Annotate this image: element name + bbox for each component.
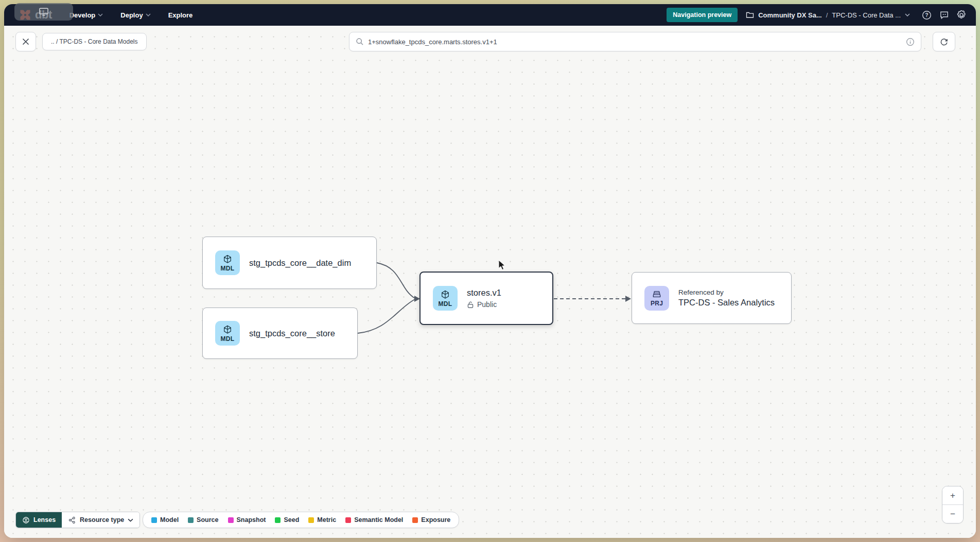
access-label: Public [477, 300, 497, 309]
chevron-down-icon [128, 518, 133, 522]
node-label: stg_tpcds_core__store [249, 329, 335, 338]
legend-swatch [412, 517, 418, 523]
legend-swatch [345, 517, 351, 523]
screenshare-indicator [14, 3, 73, 21]
lineage-canvas[interactable]: .. / TPC-DS - Core Data Models MDL stg_t… [4, 26, 976, 538]
badge-label: MDL [439, 300, 452, 308]
help-icon[interactable]: ? [921, 10, 932, 20]
nav-explore-label: Explore [168, 11, 193, 19]
node-stg-tpcds-core-store[interactable]: MDL stg_tpcds_core__store [202, 308, 358, 359]
zoom-out-button[interactable]: − [942, 505, 963, 523]
node-label: stg_tpcds_core__date_dim [249, 258, 351, 268]
resource-type-label: Resource type [80, 516, 124, 523]
node-label: stores.v1 [467, 288, 501, 298]
legend-swatch [308, 517, 314, 523]
navbar-icons: ? [921, 10, 967, 20]
legend-item-source: Source [188, 516, 218, 523]
model-badge: MDL [215, 250, 240, 275]
legend-label: Seed [284, 516, 299, 523]
nav-explore[interactable]: Explore [168, 11, 193, 19]
navbar-right: Navigation preview Community DX Sa... / … [667, 8, 967, 22]
lens-icon [22, 516, 30, 524]
legend-label: Semantic Model [354, 516, 403, 523]
model-path-chip[interactable]: .. / TPC-DS - Core Data Models [42, 33, 147, 50]
project-badge: PRJ [644, 286, 669, 311]
legend-item-semantic-model: Semantic Model [345, 516, 403, 523]
nav-deploy-label: Deploy [120, 11, 143, 19]
legend-swatch [275, 517, 281, 523]
resource-type-icon [68, 516, 76, 524]
nav-deploy[interactable]: Deploy [120, 11, 150, 19]
legend-swatch [188, 517, 194, 523]
badge-label: MDL [221, 265, 235, 272]
breadcrumb-separator: / [826, 11, 828, 19]
info-icon[interactable] [906, 38, 915, 46]
close-icon [22, 38, 30, 46]
chevron-down-icon [146, 13, 151, 16]
refresh-lineage-button[interactable] [933, 32, 955, 51]
lenses-label: Lenses [33, 516, 56, 523]
legend-swatch [228, 517, 234, 523]
node-stores-v1[interactable]: MDL stores.v1 Public [419, 272, 553, 325]
monitor-icon [38, 7, 49, 16]
zoom-in-button[interactable]: + [942, 486, 963, 505]
lineage-selector-input[interactable] [368, 38, 902, 46]
legend-swatch [151, 517, 157, 523]
legend-label: Exposure [421, 516, 450, 523]
badge-label: MDL [221, 335, 235, 342]
nav-develop[interactable]: Develop [69, 11, 103, 19]
feedback-icon[interactable] [939, 10, 949, 20]
lenses-control-group: Lenses Resource type [15, 512, 140, 528]
breadcrumb: Community DX Sa... / TPC-DS - Core Data … [746, 11, 910, 19]
breadcrumb-current[interactable]: TPC-DS - Core Data ... [832, 11, 901, 19]
legend-label: Source [197, 516, 218, 523]
lineage-search-bar [349, 32, 921, 51]
chevron-down-icon [98, 13, 103, 16]
close-lineage-button[interactable] [15, 32, 36, 51]
legend-label: Snapshot [237, 516, 266, 523]
node-stg-tpcds-core-date-dim[interactable]: MDL stg_tpcds_core__date_dim [202, 237, 377, 289]
resource-type-legend: Model Source Snapshot Seed Metric Semant… [143, 512, 459, 528]
node-access: Public [467, 300, 501, 309]
node-label: TPC-DS - Sales Analytics [678, 298, 775, 308]
app-window: dbt Develop Deploy Explore Navigation pr… [4, 4, 976, 538]
node-overline: Referenced by [678, 288, 775, 296]
model-badge: MDL [215, 321, 240, 346]
refresh-icon [939, 37, 949, 46]
legend-item-metric: Metric [308, 516, 336, 523]
cube-icon [222, 324, 233, 335]
legend-item-exposure: Exposure [412, 516, 450, 523]
legend-label: Model [160, 516, 179, 523]
lenses-button[interactable]: Lenses [16, 512, 62, 528]
resource-type-dropdown[interactable]: Resource type [62, 512, 139, 528]
project-stack-icon [652, 289, 662, 299]
svg-text:?: ? [925, 12, 928, 18]
main-nav: Develop Deploy Explore [69, 11, 193, 19]
nav-develop-label: Develop [69, 11, 96, 19]
cube-icon [222, 254, 233, 264]
legend-item-model: Model [151, 516, 179, 523]
legend-label: Metric [317, 516, 336, 523]
node-tpcds-sales-analytics[interactable]: PRJ Referenced by TPC-DS - Sales Analyti… [632, 272, 792, 324]
chevron-down-icon[interactable] [905, 13, 910, 16]
unlock-icon [467, 301, 474, 309]
legend-item-seed: Seed [275, 516, 299, 523]
cube-icon [440, 290, 450, 300]
model-badge: MDL [433, 286, 458, 311]
navigation-preview-badge[interactable]: Navigation preview [667, 8, 738, 22]
zoom-controls: + − [942, 486, 964, 523]
settings-gear-icon[interactable] [956, 10, 967, 20]
folder-icon [746, 11, 754, 19]
search-icon [356, 38, 364, 46]
top-navbar: dbt Develop Deploy Explore Navigation pr… [4, 4, 976, 26]
breadcrumb-project[interactable]: Community DX Sa... [758, 11, 822, 19]
badge-label: PRJ [651, 300, 663, 307]
legend-item-snapshot: Snapshot [228, 516, 266, 523]
